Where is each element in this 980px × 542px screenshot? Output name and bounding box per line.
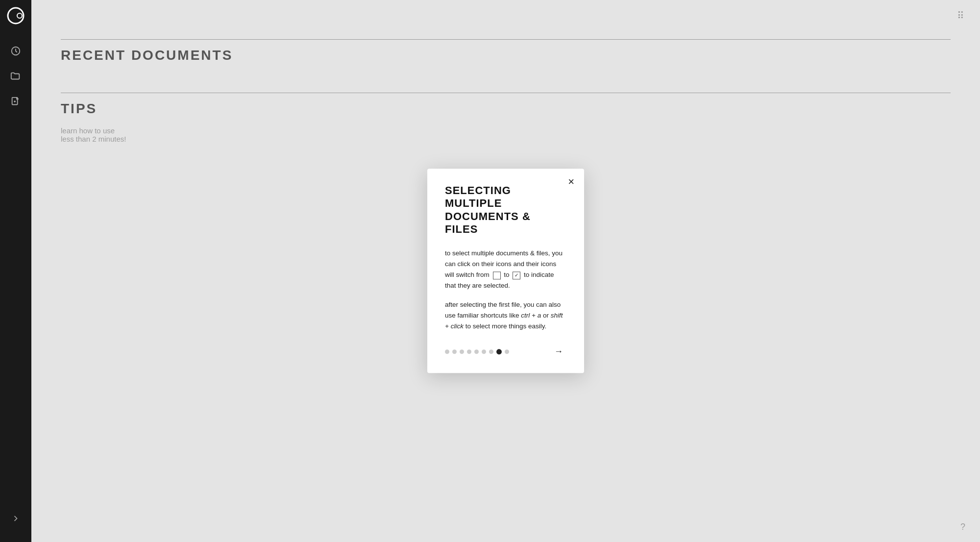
dot-1[interactable]: [445, 349, 449, 354]
dot-6[interactable]: [482, 349, 486, 354]
modal-footer: →: [445, 344, 566, 360]
modal-p2-text2: to select more things easily.: [464, 322, 546, 330]
modal-paragraph-2: after selecting the first file, you can …: [445, 299, 566, 332]
pagination-dots: [445, 349, 509, 354]
file-icon-unchecked: [493, 271, 501, 279]
dot-2[interactable]: [452, 349, 457, 354]
modal-p2-or: or: [541, 312, 551, 319]
add-document-icon: [10, 97, 21, 107]
modal-close-button[interactable]: ×: [568, 176, 574, 187]
modal-title: SELECTING MULTIPLE DOCUMENTS & FILES: [445, 184, 566, 236]
clock-icon: [10, 46, 21, 56]
modal-next-button[interactable]: →: [551, 344, 566, 360]
svg-point-1: [17, 13, 22, 18]
sidebar-item-add-document[interactable]: [0, 90, 31, 114]
sidebar-collapse-button[interactable]: [0, 507, 31, 530]
dot-4[interactable]: [467, 349, 471, 354]
sidebar-item-history[interactable]: [0, 39, 31, 63]
dot-9[interactable]: [505, 349, 509, 354]
sidebar-bottom: [0, 507, 31, 530]
sidebar-logo[interactable]: [0, 0, 31, 31]
dot-5[interactable]: [474, 349, 479, 354]
dot-8-active[interactable]: [496, 349, 502, 354]
chevron-right-icon: [11, 514, 21, 523]
sidebar-item-folder[interactable]: [0, 65, 31, 88]
folder-icon: [10, 71, 21, 82]
main-content: ⠿ RECENT DOCUMENTS TIPS learn how to use…: [31, 0, 980, 542]
modal-p1-to: to: [504, 271, 511, 278]
modal-body: to select multiple documents & files, yo…: [445, 248, 566, 332]
modal-paragraph-1: to select multiple documents & files, yo…: [445, 248, 566, 292]
dot-3[interactable]: [460, 349, 464, 354]
sidebar: [0, 0, 31, 542]
sidebar-nav: [0, 39, 31, 507]
dot-7[interactable]: [489, 349, 493, 354]
modal-shortcut-ctrl-a: ctrl + a: [521, 312, 541, 319]
file-icon-checked: ✓: [513, 271, 520, 279]
modal-dialog: × SELECTING MULTIPLE DOCUMENTS & FILES t…: [427, 169, 584, 373]
